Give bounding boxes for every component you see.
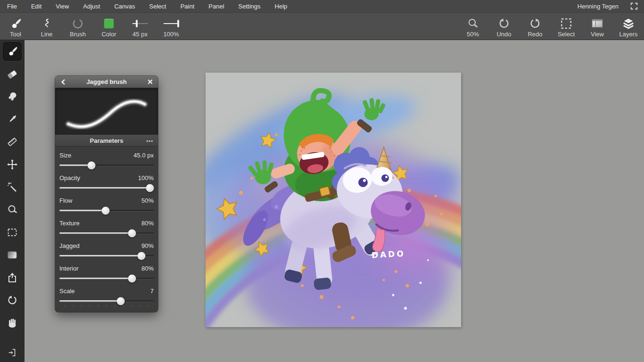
menu-view[interactable]: View bbox=[49, 0, 76, 13]
slider-value: 100% bbox=[138, 174, 154, 181]
undo-button[interactable]: Undo bbox=[488, 13, 520, 40]
menu-edit[interactable]: Edit bbox=[24, 0, 49, 13]
eraser-icon bbox=[7, 68, 18, 80]
sidebar-tool-paintbrush[interactable] bbox=[0, 40, 25, 63]
paintbrush-icon bbox=[9, 16, 22, 31]
hand-icon bbox=[7, 317, 18, 329]
size-slider[interactable] bbox=[59, 165, 154, 166]
opacity-button[interactable]: 100% bbox=[156, 13, 187, 40]
slider-label: Texture bbox=[59, 220, 80, 227]
jagged-slider[interactable] bbox=[59, 255, 154, 256]
brush-tip-circle-icon bbox=[72, 16, 84, 31]
menu-help[interactable]: Help bbox=[268, 0, 295, 13]
artwork: DADO bbox=[206, 73, 461, 327]
sidebar-tool-rect-select[interactable] bbox=[0, 221, 25, 244]
menu-settings[interactable]: Settings bbox=[231, 0, 268, 13]
sidebar-tool-hand[interactable] bbox=[0, 312, 25, 334]
sidebar-tool-export[interactable] bbox=[0, 266, 25, 289]
sidebar-tool-eraser[interactable] bbox=[0, 63, 25, 85]
slider-handle[interactable] bbox=[102, 206, 110, 214]
flow-slider[interactable] bbox=[59, 210, 154, 211]
menu-adjust[interactable]: Adjust bbox=[76, 0, 107, 13]
view-label: View bbox=[591, 31, 604, 38]
brush-button[interactable]: Brush bbox=[62, 13, 93, 40]
redo-button[interactable]: Redo bbox=[520, 13, 551, 40]
reset-icon bbox=[7, 295, 18, 306]
magnifier-icon bbox=[467, 16, 479, 31]
tool-button[interactable]: Tool bbox=[0, 13, 31, 40]
slider-value: 80% bbox=[141, 265, 154, 272]
slider-handle[interactable] bbox=[128, 274, 136, 282]
slider-high-icon bbox=[162, 16, 181, 31]
sidebar-tool-smudge[interactable] bbox=[0, 85, 25, 108]
slider-row-flow: Flow 50% bbox=[55, 194, 158, 217]
window-icon bbox=[591, 16, 604, 31]
redo-arrow-icon bbox=[529, 16, 541, 31]
parameters-section-header[interactable]: Parameters ••• bbox=[55, 134, 158, 147]
brush-panel-header[interactable]: Jagged brush bbox=[55, 76, 158, 88]
menu-panel[interactable]: Panel bbox=[201, 0, 231, 13]
slider-row-texture: Texture 80% bbox=[55, 217, 158, 239]
slider-label: Scale bbox=[59, 288, 75, 295]
slider-row-scale: Scale 7 bbox=[55, 285, 158, 307]
close-icon[interactable] bbox=[142, 79, 158, 84]
texture-slider[interactable] bbox=[59, 232, 154, 234]
slider-row-interior: Interior 80% bbox=[55, 262, 158, 285]
slider-row-jagged: Jagged 90% bbox=[55, 239, 158, 262]
sidebar-tool-gradient[interactable] bbox=[0, 244, 25, 266]
color-button[interactable]: Color bbox=[93, 13, 124, 40]
smudge-icon bbox=[7, 91, 18, 102]
sidebar-tool-zoom[interactable] bbox=[0, 198, 25, 221]
opacity-label: 100% bbox=[163, 31, 179, 38]
select-label: Select bbox=[558, 31, 575, 38]
line-label: Line bbox=[41, 31, 53, 38]
sidebar-tool-magic-wand[interactable] bbox=[0, 176, 25, 198]
slider-value: 80% bbox=[141, 220, 154, 227]
slider-handle[interactable] bbox=[146, 184, 154, 192]
parameters-sliders: Size 45.0 px Opacity 100% Flow 50% bbox=[55, 147, 158, 312]
size-button[interactable]: 45 px bbox=[124, 13, 156, 40]
slider-low-icon bbox=[131, 16, 149, 31]
sidebar-tool-eyedropper[interactable] bbox=[0, 108, 25, 131]
scale-tick-marks bbox=[65, 305, 149, 307]
select-button[interactable]: Select bbox=[551, 13, 582, 40]
zoom-level-label: 50% bbox=[467, 31, 479, 38]
artist-signature: DADO bbox=[372, 249, 406, 260]
slider-handle[interactable] bbox=[88, 161, 96, 169]
scale-slider[interactable] bbox=[59, 300, 154, 302]
color-label: Color bbox=[101, 31, 116, 38]
line-button[interactable]: Line bbox=[31, 13, 62, 40]
opacity-slider[interactable] bbox=[59, 187, 154, 189]
zoom-level-button[interactable]: 50% bbox=[457, 13, 488, 40]
fullscreen-icon[interactable] bbox=[627, 2, 641, 10]
menu-file[interactable]: File bbox=[0, 0, 24, 13]
move-icon bbox=[7, 159, 18, 170]
menu-bar: File Edit View Adjust Canvas Select Pain… bbox=[0, 0, 644, 13]
back-chevron-icon[interactable] bbox=[55, 79, 71, 85]
slider-handle[interactable] bbox=[117, 297, 125, 305]
slider-handle[interactable] bbox=[138, 252, 146, 260]
layers-stack-icon bbox=[622, 16, 635, 31]
sidebar-tool-move[interactable] bbox=[0, 153, 25, 176]
top-toolbar: Tool Line Brush Color bbox=[0, 13, 644, 40]
slider-label: Jagged bbox=[59, 242, 80, 249]
sidebar-tool-reset[interactable] bbox=[0, 289, 25, 312]
brush-label: Brush bbox=[70, 31, 86, 38]
slider-handle[interactable] bbox=[128, 229, 136, 237]
sidebar-tool-exit[interactable] bbox=[0, 347, 25, 358]
slider-value: 90% bbox=[141, 242, 154, 249]
panel-menu-dots[interactable]: ••• bbox=[146, 135, 153, 147]
menu-select[interactable]: Select bbox=[142, 0, 173, 13]
menu-canvas[interactable]: Canvas bbox=[107, 0, 142, 13]
canvas[interactable]: DADO bbox=[206, 73, 461, 327]
tool-label: Tool bbox=[10, 31, 21, 38]
interior-slider[interactable] bbox=[59, 278, 154, 279]
layers-button[interactable]: Layers bbox=[613, 13, 644, 40]
sidebar-tool-ruler[interactable] bbox=[0, 131, 25, 153]
zoom-icon bbox=[7, 204, 18, 215]
layers-label: Layers bbox=[619, 31, 637, 38]
menu-paint[interactable]: Paint bbox=[173, 0, 202, 13]
rect-select-icon bbox=[7, 227, 18, 238]
view-button[interactable]: View bbox=[582, 13, 613, 40]
slider-value: 50% bbox=[141, 197, 154, 204]
